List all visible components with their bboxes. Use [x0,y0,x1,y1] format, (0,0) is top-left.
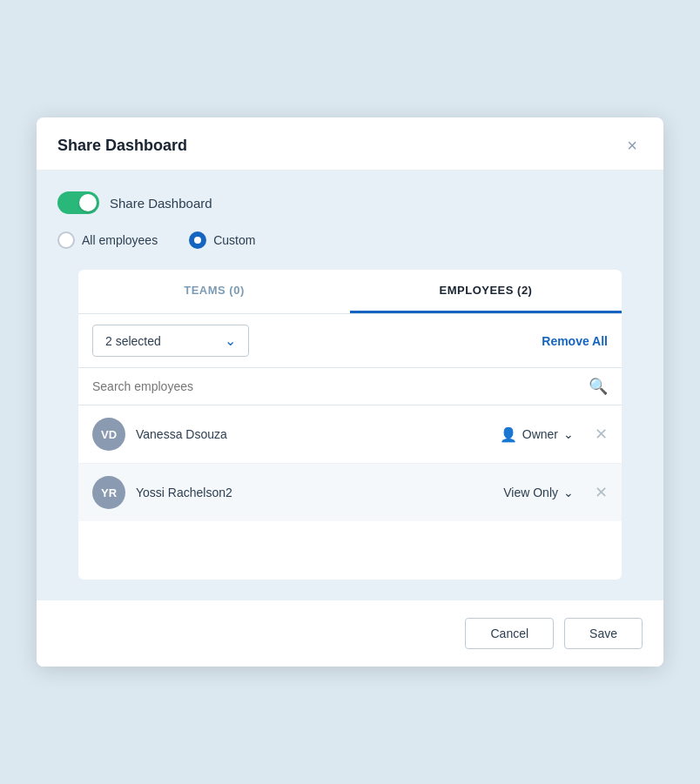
selected-bar: 2 selected ⌄ Remove All [78,314,622,368]
role-dropdown[interactable]: View Only ⌄ [503,486,574,499]
selected-count-text: 2 selected [105,334,218,348]
share-toggle-label: Share Dashboard [110,196,212,211]
employee-name: Vanessa Dsouza [136,427,489,441]
search-icon: 🔍 [589,377,608,396]
radio-row: All employees Custom [57,231,643,249]
radio-all-employees-label: All employees [82,233,158,247]
search-bar: 🔍 [78,368,622,405]
employee-name: Yossi Rachelson2 [136,486,493,499]
remove-all-button[interactable]: Remove All [542,334,608,348]
table-row: YR Yossi Rachelson2 View Only ⌄ ✕ [78,464,622,521]
radio-all-employees-circle [57,231,75,249]
modal-body: Share Dashboard All employees Custom TEA… [37,171,663,600]
chevron-down-icon: ⌄ [563,427,574,441]
close-button[interactable]: × [622,135,643,156]
tab-teams[interactable]: TEAMS (0) [78,270,350,313]
radio-custom-label: Custom [213,233,255,247]
employee-list: VD Vanessa Dsouza 👤 Owner ⌄ ✕ YR [78,405,622,580]
modal-header: Share Dashboard × [37,117,663,171]
radio-custom-circle [189,231,206,249]
share-dashboard-toggle[interactable] [57,191,99,214]
main-card: TEAMS (0) EMPLOYEES (2) 2 selected ⌄ Rem… [78,270,622,580]
role-dropdown[interactable]: 👤 Owner ⌄ [500,426,574,443]
table-row: VD Vanessa Dsouza 👤 Owner ⌄ ✕ [78,405,622,464]
chevron-down-icon: ⌄ [563,486,574,499]
search-input[interactable] [92,379,582,393]
role-text: Owner [522,427,558,441]
modal-title: Share Dashboard [57,137,187,155]
remove-employee-icon[interactable]: ✕ [595,425,608,444]
avatar: VD [92,418,125,451]
radio-custom[interactable]: Custom [189,231,255,249]
cancel-button[interactable]: Cancel [465,618,554,649]
tab-employees[interactable]: EMPLOYEES (2) [350,270,622,313]
share-toggle-row: Share Dashboard [57,191,643,214]
save-button[interactable]: Save [564,618,643,649]
tabs-row: TEAMS (0) EMPLOYEES (2) [78,270,622,314]
chevron-down-icon: ⌄ [225,332,236,349]
modal-footer: Cancel Save [37,600,663,667]
selected-dropdown[interactable]: 2 selected ⌄ [92,325,249,357]
remove-employee-icon[interactable]: ✕ [595,483,608,502]
avatar: YR [92,476,125,509]
share-dashboard-modal: Share Dashboard × Share Dashboard All em… [37,117,663,667]
radio-all-employees[interactable]: All employees [57,231,158,249]
card-wrapper: TEAMS (0) EMPLOYEES (2) 2 selected ⌄ Rem… [57,270,643,600]
person-icon: 👤 [500,426,517,443]
role-text: View Only [503,486,558,499]
